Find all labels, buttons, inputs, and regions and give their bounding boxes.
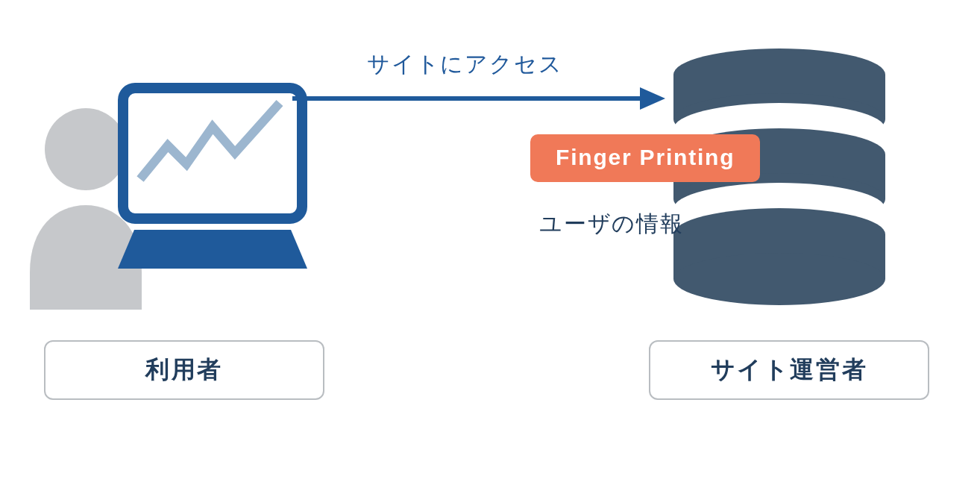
user-role-box: 利用者 bbox=[44, 340, 324, 400]
operator-role-label: サイト運営者 bbox=[711, 354, 867, 386]
user-info-label: ユーザの情報 bbox=[539, 209, 684, 240]
diagram-canvas: サイトにアクセス Finger Printing ユーザの情報 bbox=[0, 0, 980, 479]
laptop-chart-icon bbox=[112, 82, 321, 276]
operator-role-box: サイト運営者 bbox=[649, 340, 929, 400]
svg-marker-3 bbox=[640, 87, 665, 110]
svg-point-14 bbox=[673, 253, 885, 305]
arrow-label: サイトにアクセス bbox=[367, 49, 562, 80]
arrow-right-icon bbox=[292, 84, 665, 113]
user-role-label: 利用者 bbox=[145, 354, 223, 386]
finger-printing-tag: Finger Printing bbox=[530, 134, 760, 182]
